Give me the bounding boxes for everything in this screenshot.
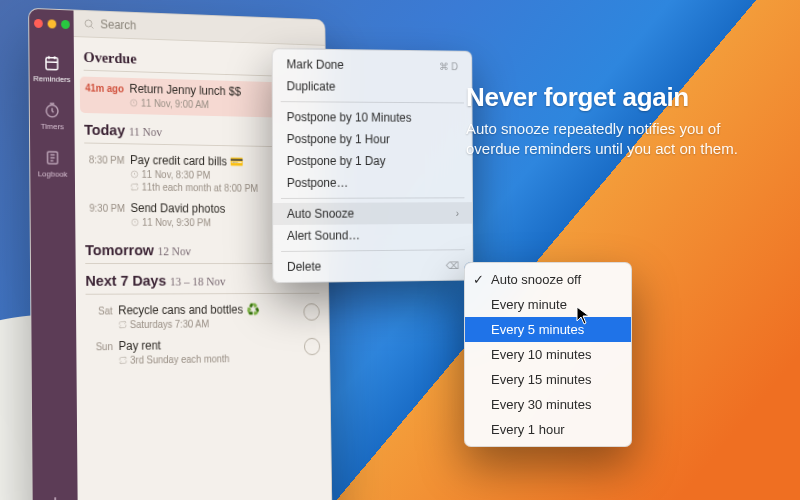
app-promo-stage: Reminders Timers Logbook ＋ Search Overdu… <box>0 0 800 500</box>
add-button[interactable]: ＋ <box>45 488 65 500</box>
reminder-meta-text: 11 Nov, 9:00 AM <box>141 98 209 110</box>
shortcut: ⌫ <box>446 260 459 271</box>
clock-icon <box>131 218 140 227</box>
svg-rect-0 <box>46 58 58 70</box>
clock-icon <box>129 98 138 107</box>
reminder-body: Send David photos 11 Nov, 9:30 PM <box>130 201 293 228</box>
reminder-meta: 11 Nov, 9:30 PM <box>131 217 294 229</box>
menu-duplicate[interactable]: Duplicate <box>273 75 472 98</box>
reminder-title: Recycle cans and bottles ♻️ <box>118 302 294 317</box>
promo-copy: Never forget again Auto snooze repeatedl… <box>466 82 780 160</box>
reminder-meta-text: 11th each month at 8:00 PM <box>142 182 259 194</box>
divider <box>86 293 320 295</box>
sidebar-item-timers[interactable]: Timers <box>40 101 64 131</box>
reminder-item[interactable]: Sat Recycle cans and bottles ♻️ Saturday… <box>86 299 320 336</box>
reminder-day: Sat <box>86 304 113 317</box>
snooze-option-1m[interactable]: Every minute <box>465 292 631 317</box>
reminder-day: Sun <box>86 339 113 352</box>
overdue-age: 41m ago <box>84 81 124 95</box>
reminder-title: Send David photos <box>130 201 293 216</box>
reminder-time: 8:30 PM <box>84 152 124 165</box>
window-traffic-lights[interactable] <box>34 19 70 29</box>
snooze-option-5m[interactable]: Every 5 minutes <box>465 317 631 342</box>
timers-icon <box>43 101 61 119</box>
sidebar-item-reminders[interactable]: Reminders <box>33 53 71 84</box>
reminder-repeat: Saturdays 7:30 AM <box>118 318 294 330</box>
menu-auto-snooze[interactable]: Auto Snooze› <box>273 202 472 225</box>
shortcut: ⌘ D <box>439 61 458 72</box>
promo-title: Never forget again <box>466 82 780 113</box>
reminder-title: Pay credit card bills 💳 <box>130 153 292 169</box>
menu-separator <box>281 249 465 252</box>
sidebar-label: Logbook <box>38 169 68 178</box>
section-date: 13 – 18 Nov <box>170 275 226 289</box>
logbook-icon <box>44 149 62 167</box>
snooze-option-30m[interactable]: Every 30 minutes <box>465 392 631 417</box>
checkmark-icon: ✓ <box>473 272 484 287</box>
menu-alert-sound[interactable]: Alert Sound… <box>273 224 472 247</box>
close-window-button[interactable] <box>34 19 43 28</box>
repeat-icon <box>130 183 139 192</box>
reminder-repeat: 3rd Sunday each month <box>119 353 296 366</box>
menu-postpone-1h[interactable]: Postpone by 1 Hour <box>273 128 472 150</box>
menu-mark-done[interactable]: Mark Done⌘ D <box>273 53 472 77</box>
reminder-title: Return Jenny lunch $$ <box>129 82 291 100</box>
snooze-option-off[interactable]: ✓Auto snooze off <box>465 267 631 292</box>
svg-point-3 <box>85 20 92 27</box>
promo-body: Auto snooze repeatedly notifies you of o… <box>466 119 766 160</box>
auto-snooze-submenu: ✓Auto snooze off Every minute Every 5 mi… <box>464 262 632 447</box>
reminder-meta-text: 3rd Sunday each month <box>130 353 230 365</box>
reminder-title: Pay rent <box>119 337 295 353</box>
reminder-meta: 11 Nov, 8:30 PM <box>130 169 293 182</box>
snooze-option-15m[interactable]: Every 15 minutes <box>465 367 631 392</box>
repeat-icon <box>119 356 128 365</box>
complete-toggle[interactable] <box>304 338 320 355</box>
chevron-right-icon: › <box>456 208 459 219</box>
reminder-item[interactable]: Sun Pay rent 3rd Sunday each month <box>86 334 321 372</box>
menu-postpone-10m[interactable]: Postpone by 10 Minutes <box>273 106 472 129</box>
menu-postpone-custom[interactable]: Postpone… <box>273 172 472 194</box>
repeat-icon <box>118 320 127 329</box>
sidebar-item-logbook[interactable]: Logbook <box>38 149 68 179</box>
search-icon <box>83 18 95 30</box>
reminder-time: 9:30 PM <box>85 201 125 214</box>
reminder-body: Return Jenny lunch $$ 11 Nov, 9:00 AM <box>129 82 291 112</box>
reminder-meta-text: Saturdays 7:30 AM <box>130 319 209 331</box>
reminder-body: Pay credit card bills 💳 11 Nov, 8:30 PM … <box>130 153 293 194</box>
sidebar: Reminders Timers Logbook ＋ <box>29 9 78 500</box>
search-placeholder: Search <box>100 17 136 32</box>
reminder-meta-text: 11 Nov, 8:30 PM <box>142 169 211 181</box>
reminder-meta-text: 11 Nov, 9:30 PM <box>142 217 211 228</box>
minimize-window-button[interactable] <box>47 19 56 28</box>
section-date: 11 Nov <box>129 125 162 139</box>
sidebar-label: Timers <box>41 122 64 131</box>
clock-icon <box>130 170 139 179</box>
menu-postpone-1d[interactable]: Postpone by 1 Day <box>273 150 472 172</box>
menu-separator <box>281 101 464 103</box>
zoom-window-button[interactable] <box>61 20 70 29</box>
reminder-repeat: 11th each month at 8:00 PM <box>130 182 293 195</box>
snooze-option-10m[interactable]: Every 10 minutes <box>465 342 631 367</box>
reminder-body: Pay rent 3rd Sunday each month <box>119 337 296 366</box>
menu-separator <box>281 197 464 199</box>
reminder-meta: 11 Nov, 9:00 AM <box>129 97 291 112</box>
section-date: 12 Nov <box>158 244 192 258</box>
sidebar-label: Reminders <box>33 74 70 84</box>
reminder-body: Recycle cans and bottles ♻️ Saturdays 7:… <box>118 302 295 330</box>
reminders-icon <box>43 54 61 72</box>
snooze-option-1h[interactable]: Every 1 hour <box>465 417 631 442</box>
section-next7: Next 7 Days13 – 18 Nov Sat Recycle cans … <box>85 272 320 373</box>
complete-toggle[interactable] <box>303 303 319 320</box>
menu-delete[interactable]: Delete⌫ <box>273 254 472 278</box>
context-menu: Mark Done⌘ D Duplicate Postpone by 10 Mi… <box>272 48 474 283</box>
